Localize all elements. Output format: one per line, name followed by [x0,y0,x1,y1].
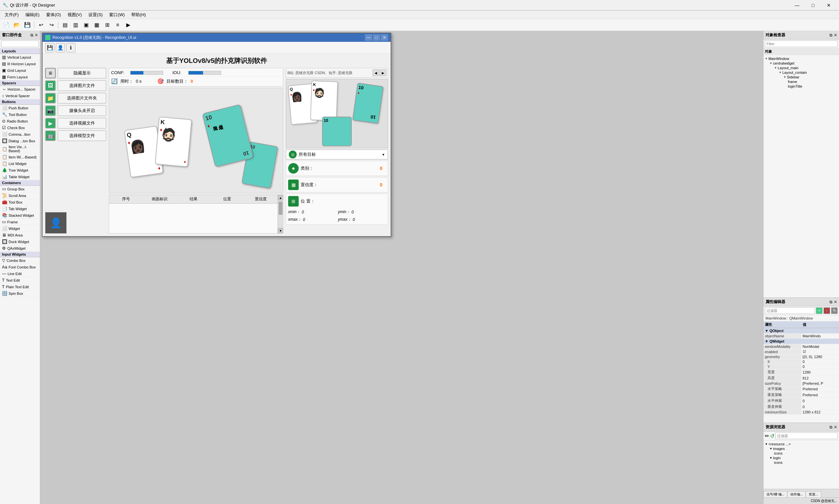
tab-resource[interactable]: 资源... [806,491,821,498]
tree-layout-contain[interactable]: ▼ Layout_contain [765,70,838,75]
prop-val-enabled[interactable]: ☑ [801,349,839,355]
target-dropdown[interactable]: ◎ 所有目标 ▼ [286,149,388,159]
nav-right-btn[interactable]: ▶ [380,70,386,76]
layout-h-button[interactable]: ▤ [60,20,70,30]
prop-val-y[interactable]: 0 [801,364,839,369]
save-button[interactable]: 💾 [22,20,32,30]
layout-grid-button[interactable]: ▣ [81,20,91,30]
category-input[interactable]: Input Widgets [0,252,40,257]
widget-vertical-layout[interactable]: ▥ Vertical Layout [0,54,40,60]
widget-push-button[interactable]: ⬜ Push Button [0,105,40,111]
folder-icon-btn[interactable]: 📁 [45,93,56,104]
tree-mainwindow[interactable]: ▼ MainWindow [765,56,838,61]
select-model-btn[interactable]: 选择模型文件 [58,130,106,141]
widget-tree-widget[interactable]: 🌲 Tree Widget [0,167,40,174]
prop-close-icon[interactable]: ✕ [834,300,837,304]
category-spacers[interactable]: Spacers [0,80,40,86]
camera-icon-btn[interactable]: 📷 [45,105,56,116]
tab-action[interactable]: 动作编... [787,491,806,498]
widget-search-input[interactable] [1,40,39,47]
menu-settings[interactable]: 设置(S) [85,11,106,19]
widget-dialog-box[interactable]: 🔲 Dialog ...ton Box [0,138,40,144]
prop-filter-input[interactable] [765,307,815,314]
widget-tab-widget[interactable]: 📑 Tab Widget [0,205,40,212]
maximize-button[interactable]: □ [805,0,821,10]
layout-v-button[interactable]: ▥ [71,20,81,30]
widget-horiz-spacer[interactable]: ↔ Horizon... Spacer [0,86,40,93]
widget-group-box[interactable]: ▭ Group Box [0,186,40,192]
widget-dock[interactable]: 🔲 Dock Widget [0,238,40,245]
res-item-images[interactable]: ▼ images [765,446,838,451]
prop-val-x[interactable]: 0 [801,359,839,364]
tree-centralwidget[interactable]: ▼ centralwidget [765,61,838,66]
select-folder-btn[interactable]: 选择图片文件夹 [58,93,106,104]
menu-window[interactable]: 窗口(W) [106,11,128,19]
menu-help[interactable]: 帮助(H) [128,11,149,19]
align-button[interactable]: ≡ [113,20,123,30]
obj-float-icon[interactable]: ⧉ [829,33,833,38]
widget-line-edit[interactable]: — Line Edit [0,270,40,277]
prop-float-icon[interactable]: ⧉ [829,300,833,304]
widget-font-combo[interactable]: Aa Font Combo Box [0,264,40,270]
widget-frame[interactable]: ▭ Frame [0,219,40,225]
video-icon-btn[interactable]: ▶ [45,118,56,128]
app-person-btn[interactable]: 👤 [56,43,65,52]
widget-radio-button[interactable]: ⊙ Radio Button [0,118,40,125]
widget-item-view-l[interactable]: 📋 Item Vie...l-Based) [0,144,40,154]
widget-check-box[interactable]: ☑ Check Box [0,125,40,131]
res-item-resource[interactable]: ▼ <resource ...> [765,442,838,446]
select-video-btn[interactable]: 选择视频文件 [58,118,106,128]
widget-mdi[interactable]: 🖥 MDI Area [0,232,40,238]
prop-del-btn[interactable]: - [823,307,830,314]
menu-edit[interactable]: 编辑(E) [22,11,43,19]
nav-left-btn[interactable]: ◀ [372,70,379,76]
layout-break-button[interactable]: ⊞ [102,20,112,30]
app-save-btn[interactable]: 💾 [45,43,54,52]
res-filter-input[interactable] [775,433,838,439]
close-button[interactable]: ✕ [821,0,836,10]
obj-close-icon[interactable]: ✕ [834,33,837,38]
prop-val-height[interactable]: 812 [801,375,839,381]
prop-val-objectname[interactable]: MainWindo [801,334,839,339]
prop-val-vpolicy[interactable]: Preferred [801,392,839,398]
res-refresh-icon[interactable]: ↺ [770,433,774,439]
widget-list-widget[interactable]: 📋 List Widget [0,160,40,167]
widget-plain-text[interactable]: T Plain Text Edit [0,284,40,290]
prop-val-geometry[interactable]: [(0, 0), 1280 [801,355,839,359]
results-scrollbar[interactable]: ▲ ▼ [278,195,283,233]
obj-filter-input[interactable] [765,40,838,47]
widget-item-view-w[interactable]: 📋 Item Wi...-Based) [0,154,40,160]
select-image-btn[interactable]: 选择图片文件 [58,80,106,91]
prop-val-minsize[interactable]: 1280 x 812 [801,410,839,415]
prop-add-btn[interactable]: + [816,307,822,314]
res-pencil-icon[interactable]: ✏ [765,433,769,439]
tree-layout-main[interactable]: ▼ Layout_main [765,66,838,70]
preview-button[interactable]: ▶ [123,20,133,30]
designer-minimize-btn[interactable]: — [365,34,372,41]
widget-widget[interactable]: ⬜ Widget [0,225,40,232]
close-widget-box-icon[interactable]: ✕ [35,33,38,38]
toggle-icon-btn[interactable]: ≡ [45,68,56,78]
app-info-btn[interactable]: ℹ [66,43,75,52]
widget-grid-layout[interactable]: ▣ Grid Layout [0,67,40,74]
widget-command-button[interactable]: ⬜ Comma...tton [0,131,40,138]
widget-horiz-layout[interactable]: ▤ III Horizon Layout [0,60,40,67]
model-icon-btn[interactable]: 🤖 [45,130,56,141]
menu-view[interactable]: 视图(V) [64,11,85,19]
menu-form[interactable]: 窗体(O) [43,11,64,19]
res-float-icon[interactable]: ⧉ [829,425,833,430]
new-button[interactable]: 📄 [1,20,11,30]
category-containers[interactable]: Containers [0,180,40,186]
category-buttons[interactable]: Buttons [0,99,40,105]
conf-slider[interactable] [130,71,163,75]
layout-form-button[interactable]: ▦ [92,20,102,30]
designer-close-btn[interactable]: ✕ [381,34,388,41]
widget-text-edit[interactable]: T Text Edit [0,277,40,284]
minimize-button[interactable]: — [789,0,805,10]
res-item-icons[interactable]: icons [765,451,838,455]
widget-stacked[interactable]: 📚 Stacked Widget [0,212,40,219]
widget-scroll-area[interactable]: 📜 Scroll Area [0,192,40,199]
image-icon-btn[interactable]: 🖼 [45,80,56,91]
open-button[interactable]: 📂 [12,20,22,30]
widget-spin-box[interactable]: 🔢 Spin Box [0,290,40,297]
